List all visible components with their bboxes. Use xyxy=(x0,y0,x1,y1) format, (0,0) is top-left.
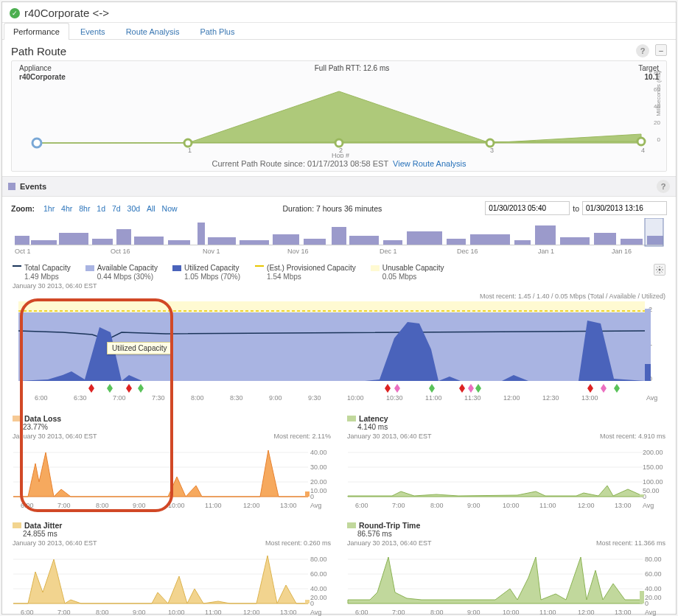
svg-text:7:30: 7:30 xyxy=(152,394,165,402)
help-icon[interactable]: ? xyxy=(636,44,649,57)
events-swatch xyxy=(8,183,15,190)
events-label: Events xyxy=(20,182,46,191)
svg-text:7:00: 7:00 xyxy=(57,609,71,616)
svg-text:0: 0 xyxy=(310,493,314,500)
collapse-icon[interactable]: – xyxy=(655,44,667,56)
latency-value: 4.140 ms xyxy=(347,423,665,431)
svg-point-6 xyxy=(637,138,645,145)
svg-text:12:00: 12:00 xyxy=(503,394,520,402)
dataloss-chart[interactable]: 6:007:008:009:0010:0011:0012:0013:00 40.… xyxy=(13,441,331,515)
svg-text:Jan 1: Jan 1 xyxy=(538,248,554,255)
tab-path-plus[interactable]: Path Plus xyxy=(190,23,244,40)
svg-text:9:00: 9:00 xyxy=(467,502,480,509)
svg-text:11:00: 11:00 xyxy=(205,609,222,616)
leg-util-cap: Utilized Capacity xyxy=(184,264,239,272)
svg-text:40.00: 40.00 xyxy=(310,585,327,592)
overview-chart[interactable]: Oct 1Oct 16Nov 1 Nov 16Dec 1Dec 16 Jan 1… xyxy=(13,218,665,259)
date-from-input[interactable] xyxy=(485,201,570,215)
view-route-analysis-link[interactable]: View Route Analysis xyxy=(393,159,466,168)
capacity-chart[interactable]: 6:006:307:007:30 8:008:309:009:30 10:001… xyxy=(13,301,665,408)
leg-avail-val: 0.44 Mbps (30%) xyxy=(85,273,158,281)
svg-text:13:00: 13:00 xyxy=(280,609,297,616)
svg-text:60.00: 60.00 xyxy=(310,570,327,578)
svg-text:10:30: 10:30 xyxy=(386,394,403,402)
svg-text:12:00: 12:00 xyxy=(578,609,595,616)
leg-util-val: 1.05 Mbps (70%) xyxy=(172,273,240,281)
svg-text:6:00: 6:00 xyxy=(355,609,368,616)
svg-text:60.00: 60.00 xyxy=(645,570,662,578)
status-ok-icon: ✓ xyxy=(10,8,20,18)
capacity-settings-icon[interactable] xyxy=(654,264,665,276)
y-axis-label-ms: Milliseconds (ms) xyxy=(655,71,662,116)
svg-text:9:00: 9:00 xyxy=(133,609,146,616)
section-path-route-title: Path Route xyxy=(11,45,66,57)
svg-text:8:00: 8:00 xyxy=(430,609,444,616)
route-since-label: Current Path Route since: 01/17/2013 08:… xyxy=(212,159,388,168)
latency-recent: Most recent: 4.910 ms xyxy=(600,433,665,440)
svg-text:11:00: 11:00 xyxy=(205,502,222,509)
capacity-recent: Most recent: 1.45 / 1.40 / 0.05 Mbps (To… xyxy=(2,291,676,301)
svg-rect-70 xyxy=(645,364,651,381)
svg-rect-21 xyxy=(208,237,236,245)
leg-unus-val: 0.05 Mbps xyxy=(371,273,444,281)
svg-text:20.00: 20.00 xyxy=(310,478,327,486)
svg-text:1: 1 xyxy=(188,147,192,154)
jitter-title: Data Jitter xyxy=(24,521,62,530)
jitter-recent: Most recent: 0.260 ms xyxy=(265,539,331,547)
zoom-8hr[interactable]: 8hr xyxy=(79,204,90,213)
zoom-label: Zoom: xyxy=(11,204,35,213)
svg-rect-14 xyxy=(31,240,57,245)
svg-rect-31 xyxy=(514,240,531,245)
zoom-all[interactable]: All xyxy=(147,204,155,213)
svg-rect-17 xyxy=(116,229,131,245)
zoom-7d[interactable]: 7d xyxy=(112,204,121,213)
svg-rect-29 xyxy=(447,239,466,245)
svg-text:200.00: 200.00 xyxy=(643,449,663,456)
svg-rect-25 xyxy=(332,227,346,245)
svg-rect-45 xyxy=(645,218,663,246)
svg-point-5 xyxy=(486,139,494,147)
duration-label: Duration: 7 hours 36 minutes xyxy=(283,204,382,213)
svg-text:10:00: 10:00 xyxy=(503,609,520,616)
svg-text:12:00: 12:00 xyxy=(243,502,260,509)
svg-text:3: 3 xyxy=(490,147,494,154)
zoom-1d[interactable]: 1d xyxy=(97,204,105,213)
svg-point-4 xyxy=(335,139,343,147)
svg-text:9:00: 9:00 xyxy=(133,502,146,509)
svg-text:Avg: Avg xyxy=(643,502,654,509)
svg-text:11:30: 11:30 xyxy=(464,394,481,402)
leg-prov-cap: (Est.) Provisioned Capacity xyxy=(267,264,356,272)
svg-text:4: 4 xyxy=(641,147,645,154)
path-route-chart: 1234 Hop # xyxy=(19,69,659,158)
leg-unus-cap: Unusable Capacity xyxy=(382,264,444,272)
zoom-30d[interactable]: 30d xyxy=(127,204,141,213)
svg-point-2 xyxy=(32,139,41,147)
svg-text:40.00: 40.00 xyxy=(645,585,662,592)
date-to-input[interactable] xyxy=(582,201,667,215)
svg-text:Oct 16: Oct 16 xyxy=(111,248,130,255)
svg-text:Dec 1: Dec 1 xyxy=(380,248,397,255)
svg-rect-13 xyxy=(15,236,29,245)
zoom-1hr[interactable]: 1hr xyxy=(43,204,55,213)
svg-rect-127 xyxy=(305,600,310,603)
svg-text:12:30: 12:30 xyxy=(542,394,559,402)
tab-events[interactable]: Events xyxy=(71,23,115,40)
rtt-chart[interactable]: 6:007:008:009:0010:0011:0012:0013:00 80.… xyxy=(347,548,665,616)
tab-performance[interactable]: Performance xyxy=(4,23,69,40)
events-help-icon[interactable]: ? xyxy=(657,180,670,193)
zoom-now[interactable]: Now xyxy=(162,204,178,213)
svg-text:9:00: 9:00 xyxy=(467,609,480,616)
capacity-timestamp: January 30 2013, 06:40 EST xyxy=(2,281,676,291)
leg-avail-cap: Available Capacity xyxy=(97,264,158,272)
svg-text:9:30: 9:30 xyxy=(308,394,321,402)
svg-text:8:00: 8:00 xyxy=(96,609,109,616)
svg-text:Nov 1: Nov 1 xyxy=(203,248,220,255)
tab-route-analysis[interactable]: Route Analysis xyxy=(116,23,189,40)
jitter-chart[interactable]: 6:007:008:009:0010:0011:0012:0013:00 80.… xyxy=(13,548,331,616)
latency-chart[interactable]: 6:007:008:009:0010:0011:0012:0013:00 200… xyxy=(347,441,665,515)
page-title: r40Corporate <-> xyxy=(24,7,109,19)
svg-rect-33 xyxy=(560,237,590,245)
leg-prov-val: 1.54 Mbps xyxy=(255,273,356,281)
zoom-4hr[interactable]: 4hr xyxy=(61,204,72,213)
svg-text:Avg: Avg xyxy=(646,394,657,402)
